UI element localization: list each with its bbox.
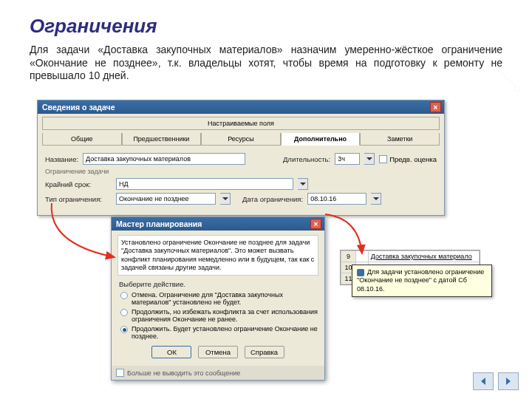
tab-general[interactable]: Общие <box>42 133 122 146</box>
wizard-titlebar[interactable]: Мастер планирования × <box>112 217 324 231</box>
wizard-option-continue[interactable]: Продолжить. Будет установлено ограничени… <box>120 325 318 340</box>
dont-show-checkbox[interactable]: Больше не выводить это сообщение <box>112 366 324 380</box>
constraint-tooltip: Для задачи установлено ограничение "Окон… <box>352 265 492 297</box>
close-icon[interactable]: × <box>310 219 321 229</box>
deadline-dropdown-icon[interactable] <box>298 178 308 190</box>
wizard-message: Установлено ограничение Окончание не поз… <box>117 235 318 276</box>
tab-predecessors[interactable]: Предшественники <box>122 133 202 146</box>
slide-title: Ограничения <box>30 15 502 38</box>
slide-subtitle: Для задачи «Доставка закупочных материал… <box>30 44 502 83</box>
task-info-dialog: Сведения о задаче × Настраиваемые поля О… <box>37 100 445 216</box>
label-constraint-date: Дата ограничения: <box>242 195 303 203</box>
gantt-task-name[interactable]: Доставка закупочных материало <box>368 251 479 262</box>
group-constraint: Ограничение задачи <box>45 168 437 175</box>
prev-slide-button[interactable] <box>473 372 494 390</box>
close-icon[interactable]: × <box>430 102 441 112</box>
cancel-button[interactable]: Отмена <box>198 346 238 358</box>
label-deadline: Крайний срок: <box>45 180 112 188</box>
svg-point-3 <box>514 86 520 92</box>
tab-advanced[interactable]: Дополнительно <box>281 133 361 146</box>
wizard-option-cancel[interactable]: Отмена. Ограничение для "Доставка закупо… <box>120 291 318 306</box>
task-name-input[interactable] <box>83 153 245 165</box>
tab-custom-fields[interactable]: Настраиваемые поля <box>42 117 440 130</box>
deadline-input[interactable] <box>116 178 293 190</box>
table-row[interactable]: 9Доставка закупочных материало <box>341 251 480 262</box>
wizard-option-avoid[interactable]: Продолжить, но избежать конфликта за сче… <box>120 308 318 323</box>
constraint-type-dropdown-icon[interactable] <box>220 193 231 205</box>
help-button[interactable]: Справка <box>245 346 284 358</box>
label-name: Название: <box>45 155 78 163</box>
wizard-prompt: Выберите действие. <box>119 280 318 288</box>
planning-wizard-dialog: Мастер планирования × Установлено ограни… <box>111 216 325 381</box>
label-constraint-type: Тип ограничения: <box>45 195 112 203</box>
constraint-icon <box>357 269 364 276</box>
slide-nav <box>473 372 519 390</box>
dialog-title: Сведения о задаче <box>42 103 115 112</box>
dialog-titlebar[interactable]: Сведения о задаче × <box>38 100 444 114</box>
estimated-checkbox[interactable]: Предв. оценка <box>379 155 437 163</box>
constraint-date-dropdown-icon[interactable] <box>371 193 381 205</box>
constraint-date-input[interactable] <box>307 193 366 205</box>
next-slide-button[interactable] <box>498 372 519 390</box>
tab-resources[interactable]: Ресурсы <box>201 133 281 146</box>
label-duration: Длительность: <box>283 155 330 163</box>
duration-input[interactable] <box>335 153 360 165</box>
tab-notes[interactable]: Заметки <box>360 133 440 146</box>
ok-button[interactable]: ОК <box>151 346 191 358</box>
duration-spinner[interactable] <box>364 153 375 165</box>
wizard-title: Мастер планирования <box>116 219 202 228</box>
constraint-type-select[interactable] <box>116 193 216 205</box>
